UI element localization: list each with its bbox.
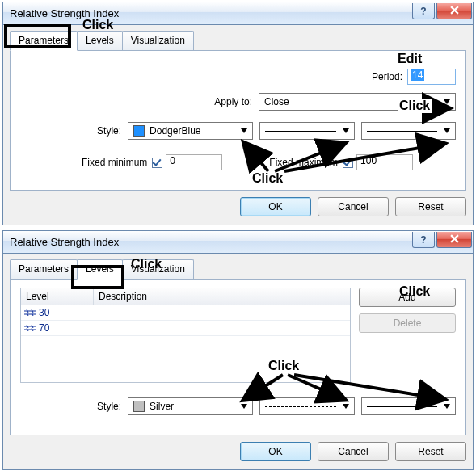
button-bar: OK Cancel Reset xyxy=(3,435,473,469)
chevron-down-icon xyxy=(440,95,453,108)
reset-button[interactable]: Reset xyxy=(395,197,466,216)
tab-parameters-content: Period: 14 Apply to: Close Style: Dodger… xyxy=(10,50,466,191)
fixed-max-checkbox[interactable] xyxy=(343,158,353,168)
level-desc xyxy=(94,321,350,335)
tab-levels[interactable]: Levels xyxy=(77,259,123,280)
level-line-icon xyxy=(24,309,36,317)
add-button[interactable]: Add xyxy=(359,288,456,307)
help-icon: ? xyxy=(420,6,426,17)
table-header: Level Description xyxy=(21,288,350,305)
style-lineweight-dropdown[interactable] xyxy=(361,122,456,140)
col-description[interactable]: Description xyxy=(94,288,350,305)
line-sample-icon xyxy=(367,131,437,132)
tab-levels[interactable]: Levels xyxy=(77,31,123,51)
tab-visualization[interactable]: Visualization xyxy=(122,31,194,51)
style-color-dropdown[interactable]: DodgerBlue xyxy=(128,122,253,140)
tabstrip: Parameters Levels Visualization xyxy=(3,25,473,50)
help-button[interactable]: ? xyxy=(412,232,435,248)
help-icon: ? xyxy=(420,234,426,246)
chevron-down-icon xyxy=(339,124,352,137)
level-desc xyxy=(94,305,350,320)
levels-table[interactable]: Level Description 30 xyxy=(20,288,351,383)
dialog-title: Relative Strength Index xyxy=(10,7,119,19)
tab-levels-content: Level Description 30 xyxy=(10,279,466,435)
style-color-name: Silver xyxy=(150,401,174,412)
close-button[interactable] xyxy=(436,3,472,19)
chevron-down-icon xyxy=(238,400,251,413)
apply-to-label: Apply to: xyxy=(214,96,252,107)
style-linepattern-dropdown[interactable] xyxy=(259,397,354,415)
level-value: 70 xyxy=(39,322,49,334)
line-sample-icon xyxy=(367,406,437,407)
dialog-title: Relative Strength Index xyxy=(10,236,119,248)
ok-button[interactable]: OK xyxy=(240,197,311,216)
col-level[interactable]: Level xyxy=(21,288,94,305)
chevron-down-icon xyxy=(238,124,251,137)
cancel-button[interactable]: Cancel xyxy=(318,442,389,461)
fixed-max-input[interactable]: 100 xyxy=(356,154,413,170)
delete-button[interactable]: Delete xyxy=(359,313,456,333)
style-color-name: DodgerBlue xyxy=(150,125,200,137)
style-lineweight-dropdown[interactable] xyxy=(361,397,456,415)
table-row[interactable]: 30 xyxy=(21,305,350,321)
tab-parameters[interactable]: Parameters xyxy=(10,31,78,51)
level-value: 30 xyxy=(39,307,49,318)
titlebar[interactable]: Relative Strength Index ? xyxy=(3,231,473,254)
line-sample-icon xyxy=(265,131,335,132)
apply-to-dropdown[interactable]: Close xyxy=(259,93,456,111)
help-button[interactable]: ? xyxy=(412,3,435,19)
period-label: Period: xyxy=(372,71,402,82)
style-label: Style: xyxy=(20,125,128,137)
style-label: Style: xyxy=(20,401,128,412)
ok-button[interactable]: OK xyxy=(240,442,311,461)
reset-button[interactable]: Reset xyxy=(395,442,466,461)
fixed-max-label: Fixed maximum xyxy=(269,157,338,168)
chevron-down-icon xyxy=(339,400,352,413)
chevron-down-icon xyxy=(440,400,453,413)
color-swatch xyxy=(133,401,145,412)
table-row[interactable]: 70 xyxy=(21,321,350,336)
style-color-dropdown[interactable]: Silver xyxy=(128,397,253,415)
close-button[interactable] xyxy=(436,232,472,248)
level-line-icon xyxy=(24,324,36,332)
fixed-min-input[interactable]: 0 xyxy=(166,154,222,170)
tabstrip: Parameters Levels Visualization xyxy=(3,254,473,279)
color-swatch xyxy=(133,125,145,137)
apply-to-value: Close xyxy=(264,96,289,107)
rsi-dialog-levels: Relative Strength Index ? Parameters Lev… xyxy=(2,230,474,470)
fixed-min-label: Fixed minimum xyxy=(82,157,147,168)
close-icon xyxy=(450,234,459,246)
period-input[interactable]: 14 xyxy=(407,69,456,85)
button-bar: OK Cancel Reset xyxy=(3,191,473,225)
chevron-down-icon xyxy=(440,124,453,137)
tab-visualization[interactable]: Visualization xyxy=(122,259,194,280)
dash-sample-icon xyxy=(265,406,335,407)
fixed-min-checkbox[interactable] xyxy=(152,158,162,168)
rsi-dialog-parameters: Relative Strength Index ? Parameters Lev… xyxy=(2,2,474,225)
titlebar[interactable]: Relative Strength Index ? xyxy=(3,2,473,25)
close-icon xyxy=(450,6,459,17)
style-linepattern-dropdown[interactable] xyxy=(259,122,354,140)
cancel-button[interactable]: Cancel xyxy=(318,197,389,216)
tab-parameters[interactable]: Parameters xyxy=(10,259,78,280)
